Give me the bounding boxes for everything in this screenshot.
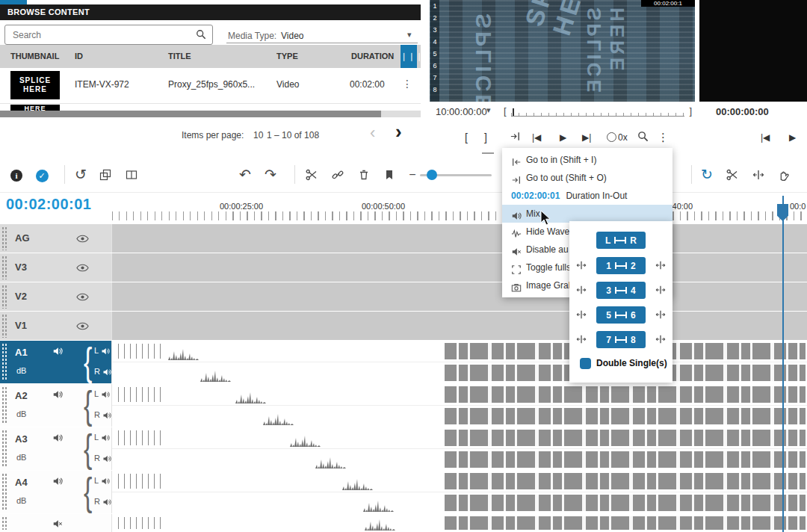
hand-tool-icon[interactable] — [777, 169, 790, 182]
confirm-button[interactable]: ✓ — [33, 166, 51, 184]
source-timecode[interactable]: 10:00:00:00 — [436, 106, 487, 117]
mark-in-button[interactable]: [ — [465, 132, 468, 143]
split-arrow-icon[interactable] — [655, 309, 666, 320]
speaker-icon[interactable] — [101, 390, 110, 399]
split-arrow-icon[interactable] — [655, 260, 666, 270]
split-arrow-icon[interactable] — [576, 260, 587, 270]
col-id[interactable]: ID — [75, 52, 83, 61]
track-lane-a4[interactable] — [112, 471, 807, 513]
drag-handle-icon[interactable] — [1, 516, 7, 530]
mark-out-button[interactable]: ] — [484, 132, 487, 143]
program-play-button[interactable]: ▶ — [789, 132, 796, 143]
speaker-icon[interactable] — [52, 346, 63, 356]
source-scrubber[interactable]: [ ] — [504, 105, 692, 117]
next-frame-button[interactable]: ▶| — [582, 132, 591, 143]
visibility-eye-icon[interactable] — [76, 235, 89, 243]
drag-handle-icon[interactable] — [1, 285, 7, 309]
browse-hscrollbar[interactable] — [0, 111, 421, 117]
track-header-a1[interactable]: A1 dB { L R — [0, 341, 112, 383]
scrubber-cursor[interactable] — [513, 108, 514, 116]
timeline-ruler[interactable] — [112, 211, 807, 220]
col-thumbnail[interactable]: THUMBNAIL — [10, 52, 59, 61]
visibility-eye-icon[interactable] — [76, 264, 89, 272]
column-chooser-button[interactable]: ❘❘❘ — [401, 45, 417, 68]
speaker-icon[interactable] — [102, 368, 111, 377]
next-page-icon[interactable]: › — [395, 124, 402, 139]
track-lane-v3[interactable] — [112, 253, 807, 282]
trim-resize-icon[interactable] — [752, 169, 764, 181]
track-header-partial[interactable] — [0, 514, 112, 532]
unlink-icon[interactable] — [332, 169, 344, 181]
track-header-v1[interactable]: V1 — [0, 312, 112, 340]
redo-icon[interactable]: ↷ — [262, 166, 279, 184]
mix-pair-button-56[interactable]: 56 — [596, 306, 646, 324]
speaker-icon[interactable] — [101, 477, 110, 486]
speaker-icon[interactable] — [101, 433, 110, 442]
delete-icon[interactable] — [358, 169, 370, 181]
player-kebab-icon[interactable]: ⋮ — [658, 131, 669, 144]
drag-handle-icon[interactable] — [1, 343, 7, 381]
track-lane-partial[interactable] — [112, 514, 807, 532]
razor-icon[interactable] — [726, 169, 738, 181]
menu-item-mix[interactable]: Mix — [502, 205, 672, 223]
col-title[interactable]: TITLE — [168, 52, 191, 61]
double-singles-checkbox[interactable] — [580, 358, 591, 369]
drag-handle-icon[interactable] — [1, 386, 7, 424]
drag-handle-icon[interactable] — [1, 430, 7, 468]
speaker-icon[interactable] — [101, 347, 110, 356]
program-preview[interactable] — [699, 0, 807, 102]
program-prev-frame-button[interactable]: |◀ — [761, 132, 770, 143]
zoom-out-icon[interactable]: − — [404, 166, 421, 184]
track-lane-a1[interactable] — [112, 341, 807, 383]
speaker-icon[interactable] — [52, 389, 63, 400]
menu-item-go-to-out[interactable]: Go to out (Shift + O) — [502, 169, 672, 187]
speaker-icon[interactable] — [102, 411, 111, 420]
scrubber-track[interactable] — [511, 113, 684, 117]
split-arrow-icon[interactable] — [655, 334, 666, 344]
playhead-line[interactable] — [782, 196, 784, 532]
row-thumbnail[interactable]: SPLICE HERE — [10, 71, 60, 99]
split-arrow-icon[interactable] — [576, 334, 587, 344]
layers-icon[interactable] — [99, 169, 111, 181]
marker-flag-icon[interactable] — [383, 169, 395, 181]
row-kebab-icon[interactable]: ⋮ — [402, 78, 412, 90]
rotate-cw-icon[interactable]: ↻ — [698, 166, 716, 184]
timeline-zoom-slider-handle[interactable] — [427, 170, 437, 180]
track-lane-v1[interactable] — [112, 312, 807, 340]
cut-icon[interactable] — [306, 169, 318, 181]
mix-pair-button-34[interactable]: 34 — [596, 282, 646, 299]
scrub-out-bracket-icon[interactable]: ] — [689, 105, 692, 117]
drag-handle-icon[interactable] — [1, 473, 7, 511]
prev-page-icon[interactable]: ‹ — [370, 126, 375, 140]
play-button[interactable]: ▶ — [560, 132, 566, 143]
drag-handle-icon[interactable] — [1, 314, 7, 338]
row-thumbnail-partial[interactable]: HERE — [10, 105, 60, 111]
search-icon[interactable] — [196, 29, 206, 40]
visibility-eye-icon[interactable] — [76, 322, 89, 330]
zoom-icon[interactable] — [637, 131, 649, 142]
timecode-caret-icon[interactable]: ▾ — [486, 105, 491, 115]
playback-speed-button[interactable]: 0x — [607, 132, 628, 143]
split-view-icon[interactable] — [126, 169, 137, 181]
track-lane-v2[interactable] — [112, 282, 807, 311]
split-arrow-icon[interactable] — [655, 285, 666, 295]
track-lane-ag[interactable] — [112, 224, 807, 253]
col-type[interactable]: TYPE — [276, 52, 298, 61]
track-header-a3[interactable]: A3 dB { L R — [0, 427, 112, 470]
split-arrow-icon[interactable] — [576, 285, 587, 295]
mix-pair-button-78[interactable]: 78 — [596, 331, 646, 348]
prev-frame-button[interactable]: |◀ — [532, 132, 541, 143]
speaker-muted-icon[interactable] — [52, 519, 63, 529]
speaker-icon[interactable] — [102, 498, 111, 507]
track-header-a2[interactable]: A2 dB { L R — [0, 384, 112, 427]
track-lane-a3[interactable] — [112, 427, 807, 470]
mix-pair-button-12[interactable]: 12 — [596, 257, 646, 274]
search-input[interactable] — [11, 26, 194, 43]
drag-handle-icon[interactable] — [1, 226, 7, 250]
source-preview[interactable]: SPLICE HERE SPLICE HERE SPLICE HERE — [430, 0, 695, 102]
track-header-ag[interactable]: AG — [0, 224, 112, 253]
drag-handle-icon[interactable] — [1, 256, 7, 279]
speaker-icon[interactable] — [52, 433, 63, 443]
col-duration[interactable]: DURATION — [351, 52, 394, 61]
browse-hscrollbar-thumb[interactable] — [0, 111, 381, 117]
